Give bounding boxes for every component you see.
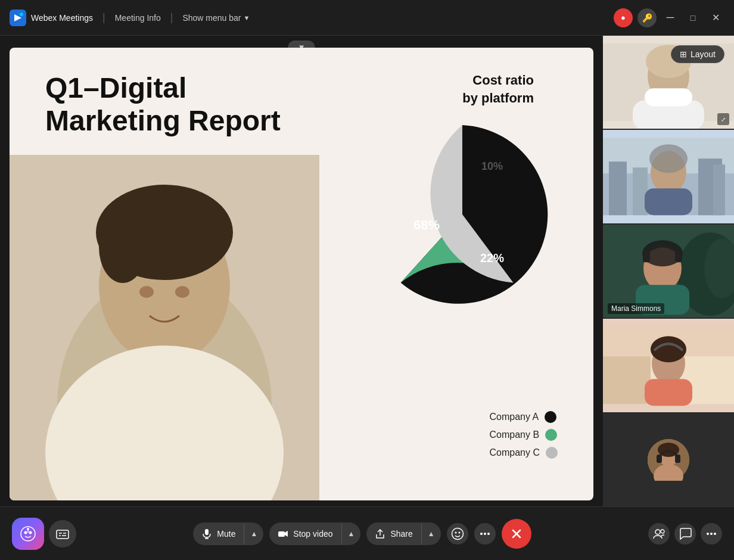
top-bar: Webex Meetings | Meeting Info | Show men…: [0, 0, 734, 36]
main-content: ▼: [0, 36, 734, 506]
svg-rect-15: [645, 88, 692, 106]
video-tile-3: Maria Simmons: [603, 225, 734, 318]
top-bar-right: ● 🔑 ─ □ ✕: [614, 8, 724, 27]
video-tile-4: [603, 319, 734, 412]
participants-icon: [652, 527, 665, 540]
svg-rect-50: [57, 530, 69, 539]
show-menu-bar-btn[interactable]: Show menu bar ▼: [182, 13, 250, 23]
mute-btn-group: Mute ▲: [193, 522, 263, 545]
minimize-btn[interactable]: ─: [661, 9, 679, 27]
avatar-svg: [648, 439, 689, 481]
svg-rect-55: [205, 529, 209, 535]
chat-btn[interactable]: [674, 523, 696, 545]
participant-4-video: [603, 319, 734, 412]
slide-title: Q1–Digital Marketing Report: [45, 71, 281, 137]
legend-label-c: Company C: [490, 447, 540, 458]
svg-point-62: [480, 533, 483, 535]
ai-assistant-btn[interactable]: [12, 518, 44, 550]
stop-video-label: Stop video: [293, 529, 332, 539]
bottom-toolbar: Mute ▲ Stop video ▲ S: [0, 506, 734, 560]
key-icon-btn[interactable]: 🔑: [637, 8, 657, 27]
notification-badge[interactable]: ●: [614, 8, 633, 27]
share-icon: [375, 528, 385, 539]
svg-point-23: [649, 145, 688, 173]
svg-rect-24: [645, 189, 692, 216]
video-tile-2: [603, 130, 734, 223]
end-call-btn[interactable]: [502, 519, 531, 549]
reactions-btn[interactable]: [447, 523, 468, 545]
svg-point-46: [24, 531, 27, 534]
svg-point-2: [20, 13, 23, 16]
layout-label: Layout: [691, 49, 716, 59]
captions-btn[interactable]: [49, 520, 76, 547]
pie-label-black: 68%: [413, 217, 440, 232]
svg-rect-38: [645, 379, 692, 406]
legend-dot-b: [545, 429, 557, 441]
legend-label-a: Company A: [490, 412, 539, 422]
toolbar-right: [648, 523, 722, 545]
video-dropdown-btn[interactable]: ▲: [341, 524, 361, 544]
more-right-btn[interactable]: [701, 523, 722, 545]
stop-video-btn-group: Stop video ▲: [269, 522, 360, 545]
share-btn[interactable]: Share: [366, 522, 421, 545]
video-icon: [278, 528, 288, 539]
cost-ratio-label: Cost ratio by platform: [462, 71, 534, 107]
ai-icon: [20, 525, 36, 542]
mute-btn[interactable]: Mute: [193, 522, 244, 545]
slide-container: Q1–Digital Marketing Report Cost ratio b…: [10, 48, 593, 500]
more-options-btn[interactable]: [474, 523, 496, 545]
layout-icon: ⊞: [680, 49, 687, 59]
top-bar-left: Webex Meetings | Meeting Info | Show men…: [10, 10, 250, 26]
participant-2-video: [603, 130, 734, 223]
legend-dot-c: [546, 447, 558, 459]
participant-5-avatar: [648, 439, 689, 481]
mute-dropdown-btn[interactable]: ▲: [244, 524, 263, 544]
svg-rect-35: [603, 356, 651, 404]
more-right-icon: [705, 527, 718, 540]
legend-item-company-c: Company C: [490, 447, 558, 459]
layout-btn[interactable]: ⊞ Layout: [671, 45, 724, 63]
tile-1-fullscreen-icon[interactable]: ⤢: [717, 113, 729, 125]
divider-1: |: [102, 11, 105, 24]
close-btn[interactable]: ✕: [707, 9, 724, 27]
svg-point-10: [175, 286, 189, 298]
svg-point-63: [484, 533, 486, 535]
svg-point-67: [707, 533, 709, 535]
share-label: Share: [390, 529, 412, 539]
stop-video-btn[interactable]: Stop video: [269, 522, 341, 545]
webex-logo-icon: [10, 10, 26, 26]
pie-chart: 68% 22% 10%: [367, 119, 558, 310]
legend-item-company-b: Company B: [490, 429, 558, 441]
chevron-down-icon: ▼: [244, 14, 250, 21]
share-dropdown-btn[interactable]: ▲: [421, 524, 441, 544]
svg-rect-44: [675, 455, 680, 463]
microphone-icon: [201, 528, 212, 539]
svg-rect-32: [675, 251, 682, 262]
svg-rect-43: [657, 455, 662, 463]
legend-dot-a: [545, 411, 556, 423]
svg-point-47: [29, 531, 32, 534]
pie-label-green: 22%: [480, 251, 504, 265]
meeting-info-link[interactable]: Meeting Info: [115, 13, 161, 23]
tile-1-icons: ⤢: [717, 113, 729, 125]
more-icon: [478, 527, 492, 540]
show-menu-bar-label: Show menu bar: [182, 13, 241, 23]
svg-point-66: [661, 530, 664, 533]
pie-label-gray: 10%: [481, 160, 503, 172]
slide-title-line1: Q1–Digital: [45, 71, 281, 104]
svg-point-69: [714, 533, 716, 535]
svg-point-64: [487, 533, 490, 535]
participants-sidebar: ⤢: [603, 36, 734, 506]
svg-rect-21: [713, 165, 725, 216]
participants-btn[interactable]: [648, 523, 670, 545]
svg-rect-18: [609, 162, 627, 216]
svg-point-65: [655, 530, 660, 534]
maximize-btn[interactable]: □: [684, 9, 702, 27]
svg-rect-31: [643, 251, 650, 262]
svg-point-61: [458, 531, 460, 533]
svg-point-68: [710, 533, 713, 535]
video-tile-5: [603, 413, 734, 506]
slide-title-line2: Marketing Report: [45, 104, 281, 137]
svg-point-7: [99, 211, 147, 283]
chart-legend: Company A Company B Company C: [490, 411, 558, 465]
